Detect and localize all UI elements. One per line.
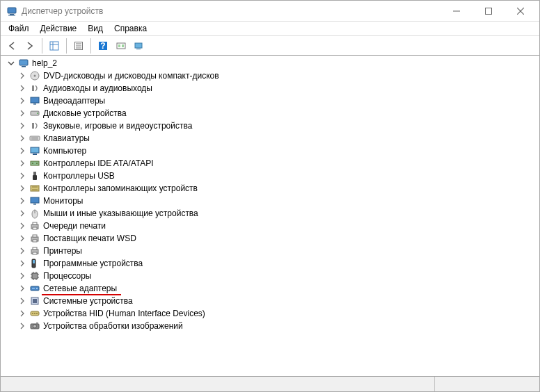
audio-icon (29, 83, 40, 94)
app-icon (6, 6, 17, 17)
statusbar-cell (1, 377, 435, 391)
expander-icon[interactable] (17, 321, 27, 331)
expander-icon[interactable] (17, 146, 27, 156)
software-icon (29, 258, 40, 269)
svg-rect-22 (22, 66, 26, 67)
tree-category[interactable]: Компьютер (3, 145, 539, 157)
expander-icon[interactable] (17, 158, 27, 168)
expander-icon[interactable] (17, 284, 27, 293)
computer-icon (18, 58, 29, 69)
tree-category-label: Поставщик печати WSD (43, 234, 136, 244)
expander-icon[interactable] (17, 234, 27, 243)
tree-category-label: Мониторы (43, 196, 83, 206)
tree-category-label: Компьютер (43, 146, 86, 156)
printq-icon (29, 233, 40, 244)
tree-category-label: Сетевые адаптеры (43, 284, 117, 294)
expander-icon[interactable] (17, 259, 27, 268)
system-icon (29, 295, 40, 307)
imaging-icon (29, 320, 40, 332)
tree-category-label: Аудиовходы и аудиовыходы (43, 83, 152, 94)
tree-category[interactable]: Устройства HID (Human Interface Devices) (3, 307, 539, 320)
tree-category[interactable]: Устройства обработки изображений (3, 320, 539, 332)
tree-category[interactable]: Мониторы (3, 195, 539, 207)
svg-text:?: ? (100, 41, 105, 51)
show-hidden-button[interactable] (131, 38, 148, 54)
expander-icon[interactable] (17, 221, 27, 231)
titlebar: Диспетчер устройств (1, 1, 539, 22)
expander-icon[interactable] (17, 121, 27, 131)
tree-category[interactable]: Контроллеры запоминающих устройств (3, 182, 539, 195)
monitor-icon (29, 195, 40, 206)
tree-category[interactable]: Аудиовходы и аудиовыходы (3, 82, 539, 95)
expander-icon[interactable] (17, 83, 27, 93)
tree-category[interactable]: Поставщик печати WSD (3, 232, 539, 245)
tree-category-label: Устройства обработки изображений (43, 321, 183, 332)
tree-category[interactable]: Программные устройства (3, 257, 539, 270)
maximize-button[interactable] (472, 1, 505, 22)
printq-icon (29, 220, 40, 231)
tree-category-label: Клавиатуры (43, 133, 90, 144)
tree-category[interactable]: Клавиатуры (3, 132, 539, 145)
close-button[interactable] (505, 1, 537, 22)
properties-button[interactable] (70, 38, 87, 54)
tree-category[interactable]: Мыши и иные указывающие устройства (3, 207, 539, 220)
tree-category-label: Контроллеры IDE ATA/ATAPI (43, 158, 154, 169)
svg-rect-7 (50, 42, 58, 50)
menu-help[interactable]: Справка (109, 22, 152, 35)
expander-icon[interactable] (17, 108, 27, 118)
toolbar-separator (42, 38, 42, 54)
tree-category-label: Процессоры (43, 271, 92, 281)
tree-category-label: DVD-дисководы и дисководы компакт-дисков (43, 71, 219, 81)
tree-category[interactable]: Звуковые, игровые и видеоустройства (3, 120, 539, 132)
tree-category[interactable]: Очереди печати (3, 220, 539, 232)
minimize-button[interactable] (440, 1, 472, 22)
tree-category-label: Системные устройства (43, 296, 133, 307)
expander-icon[interactable] (17, 309, 27, 318)
expander-icon[interactable] (17, 171, 27, 181)
expander-icon[interactable] (17, 183, 27, 193)
expander-icon[interactable] (17, 209, 27, 218)
tree-root[interactable]: help_2 (3, 57, 539, 70)
menu-view[interactable]: Вид (83, 22, 108, 35)
svg-rect-21 (19, 60, 28, 65)
tree-category[interactable]: Процессоры (3, 270, 539, 282)
help-button[interactable]: ? (95, 38, 111, 54)
device-tree[interactable]: help_2 DVD-дисководы и дисководы компакт… (1, 56, 539, 376)
expander-icon[interactable] (17, 296, 27, 306)
tree-category[interactable]: Сетевые адаптеры (3, 282, 539, 295)
expander-icon[interactable] (17, 196, 27, 206)
printq-icon (29, 245, 40, 256)
tree-category[interactable]: Системные устройства (3, 295, 539, 307)
tree-category-label: Программные устройства (43, 259, 143, 269)
svg-rect-19 (135, 43, 142, 48)
svg-rect-16 (117, 43, 125, 49)
tree-category[interactable]: Принтеры (3, 245, 539, 257)
nav-forward-button[interactable] (22, 38, 38, 54)
expander-icon[interactable] (17, 246, 27, 256)
expander-icon[interactable] (17, 133, 27, 143)
show-hide-tree-button[interactable] (46, 38, 63, 54)
device-manager-window: Диспетчер устройств Файл Действие Вид Сп… (0, 0, 540, 392)
window-title: Диспетчер устройств (22, 6, 103, 16)
tree-category[interactable]: Контроллеры USB (3, 170, 539, 182)
statusbar (1, 376, 539, 391)
nav-back-button[interactable] (3, 38, 20, 54)
tree-category[interactable]: Дисковые устройства (3, 107, 539, 120)
tree-category-label: Очереди печати (43, 221, 106, 231)
menu-action[interactable]: Действие (35, 22, 82, 35)
mouse-icon (29, 208, 40, 219)
tree-category[interactable]: Видеоадаптеры (3, 95, 539, 107)
expander-icon[interactable] (17, 96, 27, 106)
expander-icon[interactable] (17, 71, 27, 81)
tree-category-label: Дисковые устройства (43, 108, 127, 119)
svg-rect-18 (122, 44, 124, 47)
expander-icon[interactable] (17, 271, 27, 281)
scan-hardware-button[interactable] (113, 38, 129, 54)
tree-category[interactable]: DVD-дисководы и дисководы компакт-дисков (3, 70, 539, 82)
svg-rect-17 (118, 44, 120, 47)
cpu-icon (29, 270, 40, 281)
disk-icon (29, 108, 40, 119)
menu-file[interactable]: Файл (3, 22, 34, 35)
expander-icon[interactable] (6, 58, 16, 68)
tree-category[interactable]: Контроллеры IDE ATA/ATAPI (3, 157, 539, 170)
